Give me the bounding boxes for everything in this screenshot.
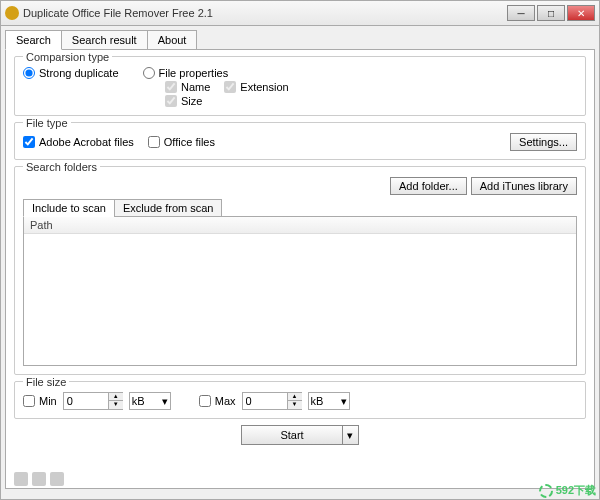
- close-button[interactable]: ✕: [567, 5, 595, 21]
- file-type-group: File type Adobe Acrobat files Office fil…: [14, 122, 586, 160]
- social-icon[interactable]: [50, 472, 64, 486]
- file-size-group: File size Min ▲▼ kB ▾ Max: [14, 381, 586, 419]
- min-cb-input[interactable]: [23, 395, 35, 407]
- social-icon[interactable]: [32, 472, 46, 486]
- min-unit-select[interactable]: kB ▾: [129, 392, 171, 410]
- folder-tabs: Include to scan Exclude from scan: [23, 199, 577, 217]
- add-itunes-button[interactable]: Add iTunes library: [471, 177, 577, 195]
- include-tab[interactable]: Include to scan: [23, 199, 115, 217]
- extension-checkbox: Extension: [224, 81, 288, 93]
- tab-about[interactable]: About: [147, 30, 198, 50]
- watermark-text: 592下载: [556, 483, 596, 498]
- name-cb-input: [165, 81, 177, 93]
- acrobat-checkbox[interactable]: Adobe Acrobat files: [23, 136, 134, 148]
- acrobat-cb-label: Adobe Acrobat files: [39, 136, 134, 148]
- strong-duplicate-label: Strong duplicate: [39, 67, 119, 79]
- name-checkbox: Name: [165, 81, 210, 93]
- name-cb-label: Name: [181, 81, 210, 93]
- tab-content: Comparsion type Strong duplicate File pr…: [5, 49, 595, 489]
- path-list[interactable]: Path: [23, 216, 577, 366]
- titlebar: Duplicate Office File Remover Free 2.1 ─…: [0, 0, 600, 26]
- max-checkbox[interactable]: Max: [199, 395, 236, 407]
- min-checkbox[interactable]: Min: [23, 395, 57, 407]
- watermark-icon: [539, 484, 553, 498]
- max-unit-select[interactable]: kB ▾: [308, 392, 350, 410]
- min-spin-up[interactable]: ▲: [109, 393, 123, 401]
- app-icon: [5, 6, 19, 20]
- comparison-legend: Comparsion type: [23, 51, 112, 63]
- strong-duplicate-input[interactable]: [23, 67, 35, 79]
- file-properties-radio[interactable]: File properties: [143, 67, 229, 79]
- window-body: Search Search result About Comparsion ty…: [0, 26, 600, 500]
- min-unit-label: kB: [132, 395, 145, 407]
- min-spinner[interactable]: ▲▼: [63, 392, 123, 410]
- social-icon[interactable]: [14, 472, 28, 486]
- file-properties-input[interactable]: [143, 67, 155, 79]
- chevron-down-icon: ▾: [341, 395, 347, 408]
- tab-search[interactable]: Search: [5, 30, 62, 50]
- strong-duplicate-radio[interactable]: Strong duplicate: [23, 67, 119, 79]
- filesize-legend: File size: [23, 376, 69, 388]
- extension-cb-label: Extension: [240, 81, 288, 93]
- office-cb-label: Office files: [164, 136, 215, 148]
- start-dropdown[interactable]: ▾: [343, 425, 359, 445]
- filetype-legend: File type: [23, 117, 71, 129]
- office-cb-input[interactable]: [148, 136, 160, 148]
- start-button[interactable]: Start: [241, 425, 342, 445]
- minimize-button[interactable]: ─: [507, 5, 535, 21]
- min-label: Min: [39, 395, 57, 407]
- min-input[interactable]: [64, 393, 108, 409]
- max-unit-label: kB: [311, 395, 324, 407]
- folders-legend: Search folders: [23, 161, 100, 173]
- max-spinner[interactable]: ▲▼: [242, 392, 302, 410]
- status-icons: [14, 472, 64, 486]
- settings-button[interactable]: Settings...: [510, 133, 577, 151]
- add-folder-button[interactable]: Add folder...: [390, 177, 467, 195]
- watermark: 592下载: [539, 483, 596, 498]
- tab-search-result[interactable]: Search result: [61, 30, 148, 50]
- path-column-header[interactable]: Path: [24, 217, 576, 234]
- main-tabs: Search Search result About: [5, 30, 595, 50]
- extension-cb-input: [224, 81, 236, 93]
- max-spin-up[interactable]: ▲: [288, 393, 302, 401]
- office-checkbox[interactable]: Office files: [148, 136, 215, 148]
- max-cb-input[interactable]: [199, 395, 211, 407]
- acrobat-cb-input[interactable]: [23, 136, 35, 148]
- window-title: Duplicate Office File Remover Free 2.1: [23, 7, 507, 19]
- start-row: Start ▾: [14, 425, 586, 445]
- size-cb-input: [165, 95, 177, 107]
- size-cb-label: Size: [181, 95, 202, 107]
- min-spin-down[interactable]: ▼: [109, 401, 123, 409]
- size-checkbox: Size: [165, 95, 202, 107]
- comparison-type-group: Comparsion type Strong duplicate File pr…: [14, 56, 586, 116]
- max-input[interactable]: [243, 393, 287, 409]
- search-folders-group: Search folders Add folder... Add iTunes …: [14, 166, 586, 375]
- file-properties-label: File properties: [159, 67, 229, 79]
- exclude-tab[interactable]: Exclude from scan: [114, 199, 222, 217]
- window-buttons: ─ □ ✕: [507, 5, 595, 21]
- max-label: Max: [215, 395, 236, 407]
- max-spin-down[interactable]: ▼: [288, 401, 302, 409]
- chevron-down-icon: ▾: [162, 395, 168, 408]
- maximize-button[interactable]: □: [537, 5, 565, 21]
